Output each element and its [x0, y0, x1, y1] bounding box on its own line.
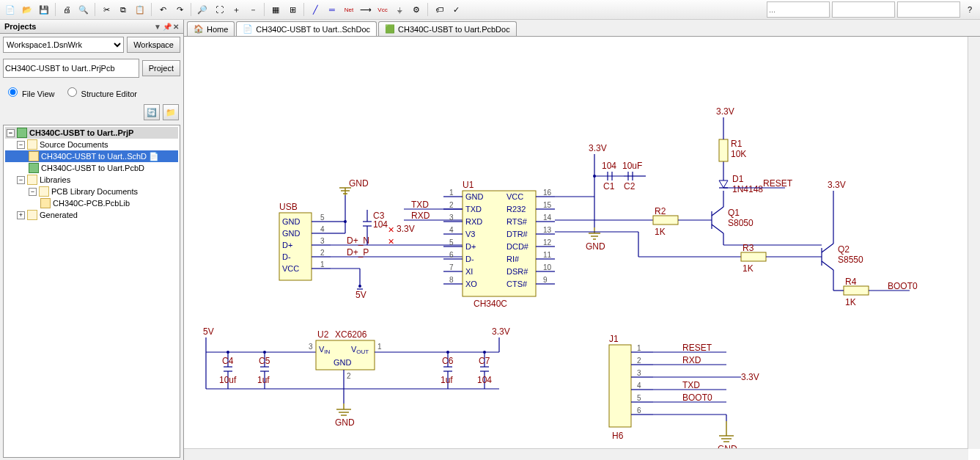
tb-undo-icon[interactable]: ↶ — [155, 2, 170, 17]
tb-open-icon[interactable]: 📂 — [20, 2, 34, 17]
svg-text:RI#: RI# — [506, 255, 520, 263]
svg-text:BOOT0: BOOT0 — [682, 393, 712, 403]
tab-home[interactable]: 🏠 Home — [187, 21, 235, 36]
workspace-button[interactable]: Workspace — [127, 37, 180, 53]
svg-text:3.3V: 3.3V — [492, 326, 510, 337]
svg-point-19 — [344, 220, 347, 223]
tb-search2[interactable] — [832, 1, 895, 18]
schematic-canvas[interactable]: USB GND GND D+ D- VCC 5 4 3 2 1 GND D+_N — [184, 37, 980, 460]
svg-text:RXD: RXD — [682, 355, 701, 365]
tb-grid-icon[interactable]: ▦ — [268, 2, 283, 17]
project-name-field[interactable] — [3, 59, 139, 78]
folder-icon[interactable]: 📁 — [163, 104, 179, 120]
svg-rect-123 — [653, 216, 678, 224]
tb-place-gnd-icon[interactable]: ⏚ — [392, 2, 407, 17]
horizontal-scrollbar[interactable] — [184, 448, 968, 460]
j1-body — [609, 345, 631, 427]
svg-text:R1: R1 — [731, 139, 743, 149]
tb-preview-icon[interactable]: 🔍 — [76, 2, 91, 17]
svg-line-152 — [822, 244, 833, 252]
panel-pin-icon[interactable]: 📌 — [163, 23, 172, 31]
tab-pcb[interactable]: 🟩 CH340C-USBT to Uart.PcbDoc — [378, 21, 517, 36]
tb-place-part-icon[interactable]: ⚙ — [409, 2, 424, 17]
tb-place-bus-icon[interactable]: ═ — [325, 2, 339, 17]
tb-zoomfit-icon[interactable]: ⛶ — [212, 2, 226, 17]
svg-text:2: 2 — [320, 249, 325, 257]
svg-text:R3: R3 — [743, 243, 754, 253]
tb-print-icon[interactable]: 🖨 — [59, 2, 74, 17]
file-view-radio[interactable]: File View — [4, 85, 55, 98]
tb-save-icon[interactable]: 💾 — [37, 2, 51, 17]
tree-pcblib-folder[interactable]: −PCB Library Documents — [5, 186, 178, 197]
svg-text:DCD#: DCD# — [506, 242, 529, 251]
svg-text:GND: GND — [349, 178, 369, 189]
tb-annotate-icon[interactable]: 🏷 — [432, 2, 446, 17]
svg-text:104: 104 — [602, 161, 616, 171]
panel-dropdown-icon[interactable]: ▼ — [154, 23, 161, 31]
tree-pcblib[interactable]: CH340C-PCB.PcbLib — [5, 197, 178, 209]
tree-source-docs[interactable]: −Source Documents — [5, 139, 178, 150]
tree-pcb-doc[interactable]: CH340C-USBT to Uart.PcbD — [5, 162, 178, 174]
svg-text:R2: R2 — [655, 206, 666, 216]
tb-zoom-icon[interactable]: 🔎 — [195, 2, 210, 17]
vertical-scrollbar[interactable] — [968, 37, 980, 449]
svg-text:RXD: RXD — [411, 211, 430, 221]
svg-text:3: 3 — [637, 369, 641, 377]
svg-text:GND: GND — [282, 229, 301, 238]
projects-panel-header: Projects ▼ 📌 ✕ — [0, 20, 183, 34]
tree-libraries[interactable]: −Libraries — [5, 174, 178, 186]
svg-text:VCC: VCC — [282, 264, 299, 273]
svg-text:RXD: RXD — [465, 217, 482, 226]
svg-text:GND: GND — [465, 192, 484, 201]
tb-copy-icon[interactable]: ⧉ — [116, 2, 130, 17]
svg-text:5V: 5V — [203, 326, 214, 337]
tb-zoomin-icon[interactable]: ＋ — [229, 2, 243, 17]
tb-new-icon[interactable]: 📄 — [3, 2, 18, 17]
tb-place-net-icon[interactable]: Net — [342, 2, 356, 17]
usb-des: USB — [279, 202, 298, 212]
tb-align-icon[interactable]: ⊞ — [285, 2, 300, 17]
projects-panel: Projects ▼ 📌 ✕ Workspace1.DsnWrk Workspa… — [0, 20, 184, 460]
tb-search1[interactable] — [767, 1, 830, 18]
svg-text:U2: U2 — [317, 329, 329, 340]
svg-text:1: 1 — [637, 344, 641, 352]
svg-rect-159 — [844, 286, 869, 295]
svg-text:D-: D- — [465, 255, 474, 263]
project-button[interactable]: Project — [142, 60, 180, 76]
workspace-select[interactable]: Workspace1.DsnWrk — [3, 37, 124, 53]
svg-text:TXD: TXD — [411, 200, 429, 210]
tb-paste-icon[interactable]: 📋 — [133, 2, 147, 17]
svg-marker-133 — [719, 180, 728, 188]
svg-text:C2: C2 — [624, 181, 635, 191]
svg-text:3.3V: 3.3V — [741, 372, 759, 382]
svg-text:11: 11 — [543, 251, 552, 259]
svg-text:1N4148: 1N4148 — [732, 184, 763, 194]
svg-text:3.3V: 3.3V — [828, 180, 846, 190]
svg-text:3.3V: 3.3V — [716, 106, 734, 117]
tab-sch[interactable]: 📄 CH340C-USBT to Uart..SchDoc — [236, 21, 377, 36]
tb-place-power-icon[interactable]: Vcc — [375, 2, 390, 17]
tb-help-icon[interactable]: ? — [962, 2, 977, 17]
tree-project-root[interactable]: −CH340C-USBT to Uart..PrjP — [5, 127, 178, 139]
svg-text:GND: GND — [335, 417, 355, 428]
tb-cut-icon[interactable]: ✂ — [99, 2, 114, 17]
svg-text:2: 2 — [637, 357, 641, 365]
tree-sch-doc[interactable]: CH340C-USBT to Uart..SchD 📄 — [5, 150, 178, 162]
svg-text:GND: GND — [282, 217, 301, 226]
svg-text:104: 104 — [477, 375, 492, 385]
refresh-icon[interactable]: 🔄 — [144, 104, 160, 120]
svg-line-129 — [712, 224, 723, 233]
svg-text:3: 3 — [449, 213, 454, 222]
svg-text:DTR#: DTR# — [506, 230, 528, 238]
tb-zoomout-icon[interactable]: － — [246, 2, 260, 17]
structure-editor-radio[interactable]: Structure Editor — [64, 85, 137, 98]
tb-place-wire-icon[interactable]: ╱ — [308, 2, 323, 17]
tb-erc-icon[interactable]: ✓ — [449, 2, 463, 17]
tb-place-port-icon[interactable]: ⟶ — [358, 2, 373, 17]
panel-close-icon[interactable]: ✕ — [173, 23, 179, 31]
tb-redo-icon[interactable]: ↷ — [172, 2, 187, 17]
svg-text:5: 5 — [320, 213, 325, 222]
tree-generated[interactable]: +Generated — [5, 209, 178, 221]
tb-search3[interactable] — [897, 1, 960, 18]
svg-text:D+_N: D+_N — [347, 236, 369, 246]
